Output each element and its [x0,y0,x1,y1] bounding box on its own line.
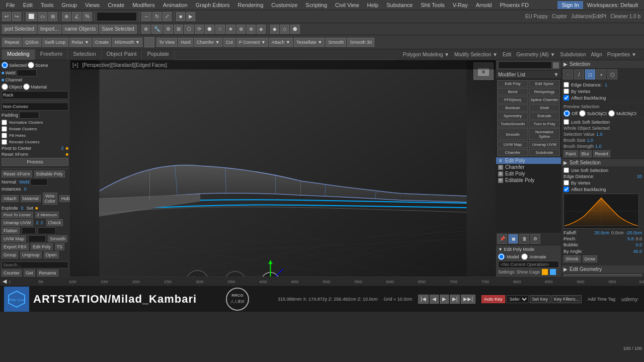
padding-value[interactable]: 0.015 [19,112,39,119]
ts-btn[interactable]: TS [55,243,65,250]
tab-object-paint[interactable]: Object Paint [102,49,142,60]
vertex-sel-btn[interactable]: · [563,69,573,79]
tb2-btn5[interactable]: ⬡ [184,25,194,34]
tb2-btn2[interactable]: 🔧 [151,25,163,34]
smooth-button[interactable]: Smooth [326,38,346,47]
tb2-btn3[interactable]: ⚙ [164,25,173,34]
timeline-track[interactable]: 0 50 100 150 200 250 300 350 400 450 500… [9,277,644,286]
goto-start-btn[interactable]: |◀ [418,295,429,304]
paint-btn[interactable]: Paint [564,150,578,157]
tab-modeling[interactable]: Modeling [2,49,35,60]
menu-tools[interactable]: Tools [37,1,58,9]
relax-button[interactable]: Relax ▼ [69,38,92,47]
cut-button[interactable]: Cut [223,38,235,47]
next-frame-btn[interactable]: ▶| [450,295,460,304]
pivotcenter2-btn[interactable]: Pivot To Center [2,212,33,218]
import-button[interactable]: Import... [38,25,61,34]
material-btn[interactable]: Material [21,195,41,202]
show-result-btn[interactable]: ◼ [508,234,518,244]
menu-group[interactable]: Group [57,1,81,9]
swiftloop-button[interactable]: Swift Loop [42,38,68,47]
chamfer-button[interactable]: Chamfer ▼ [194,38,222,47]
selected-radio[interactable] [2,62,8,68]
menu-create[interactable]: Create [104,1,128,9]
get-btn[interactable]: Get [24,269,35,277]
editpoly-mod-btn[interactable]: Edit Poly [497,80,528,87]
port-selected-button[interactable]: port Selected [2,25,37,34]
pin-btn[interactable]: 📌 [497,234,507,244]
tb2-render3[interactable]: ⬟ [290,25,300,34]
tb2-render1[interactable]: ◆ [270,25,279,34]
render-frame-button[interactable]: ▶ [186,12,195,21]
tab-freeform[interactable]: Freeform [35,49,68,60]
tb2-btn6[interactable]: ⟳ [195,25,204,34]
tb2-btn12[interactable]: ◈ [257,25,266,34]
set-key-btn[interactable]: Set Key [530,295,551,303]
play-btn[interactable]: ▶ [440,295,449,304]
tab-selection[interactable]: Selection [68,49,101,60]
viewport[interactable]: [+] [Perspective] [Standard] [Edged Face… [70,60,496,277]
layer-dropdown[interactable]: 0 (default) [97,12,137,21]
sign-in-button[interactable]: Sign In [557,1,583,9]
tb2-render2[interactable]: ◇ [280,25,289,34]
pconnect-button[interactable]: P Connect ▼ [236,38,268,47]
snap-toggle-button[interactable]: ⊕ [62,12,71,21]
bend-mod-btn[interactable]: Bend [497,88,528,96]
ungroup-btn[interactable]: Ungroup [20,251,42,258]
modifier-list-dropdown[interactable]: ▼ [553,71,559,77]
exportfbx-btn[interactable]: Export FBX [2,243,29,250]
tb2-btn7[interactable]: ⬢ [205,25,214,34]
window-cross-button[interactable]: ⊞ [48,12,57,21]
create-button[interactable]: Create [93,38,111,47]
goto-end-btn[interactable]: ▶▶| [461,295,475,304]
msmooth-button[interactable]: MSmooth ▼ [112,38,142,47]
zminimum-btn[interactable]: Z Minimum [35,212,59,218]
rotate-check[interactable] [2,126,7,132]
menu-help[interactable]: Help [363,1,383,9]
symmetry-mod-btn[interactable]: Symmetry [497,112,528,120]
menu-file[interactable]: File [2,1,19,9]
soft-sel-header[interactable]: ▶ Soft Selection [561,159,644,166]
off-radio[interactable] [564,110,570,117]
blur-btn[interactable]: Blur [580,150,592,157]
render-setup-button[interactable]: ■ [176,12,185,21]
menu-arnold[interactable]: Arnold [472,1,496,9]
grow-btn[interactable]: Grow [583,255,598,262]
menu-views[interactable]: Views [81,1,104,9]
chamfer-mod-btn[interactable]: Chamfer [497,149,528,156]
object-name-input[interactable]: Object019 [498,61,552,69]
key-select[interactable]: Selected [506,295,529,303]
uvwmap-val[interactable]: 100.0 [28,235,46,242]
qslice-button[interactable]: QSlice [23,38,41,47]
counter-btn[interactable]: Counter [2,269,22,277]
smooth-btn2[interactable]: Smooth [48,235,67,242]
save-selected-button[interactable]: Save Selected [99,25,137,34]
retopo-mod-btn[interactable]: Retopology [529,88,560,96]
menu-phoenix-fd[interactable]: Phoenix FD [496,1,532,9]
normalize-check[interactable] [2,120,7,125]
tb2-btn4[interactable]: ⊞ [174,25,183,34]
hard-button[interactable]: Hard [178,38,193,47]
affectback2-check[interactable] [564,187,569,192]
object-radio[interactable] [2,83,8,90]
to-view-icon[interactable] [144,37,154,47]
multobjct-radio[interactable] [608,110,615,117]
menu-civil-view[interactable]: Civil View [331,1,363,9]
uvwmap-btn[interactable]: UVW Map [2,235,26,242]
extrude-mod-btn[interactable]: Extrude [529,112,560,120]
undo-button[interactable]: ↩ [2,12,11,21]
select-region-button[interactable]: ▭ [38,12,47,21]
menu-edit[interactable]: Edit [19,1,37,9]
editablepoly-button[interactable]: Editable Poly [34,170,65,177]
stack-editpoly[interactable]: E Edit Poly [496,157,561,164]
edit-geom-header[interactable]: ▶ Edit Geometry [561,265,644,273]
menu-modifiers[interactable]: Modifiers [128,1,159,9]
vp-plus-icon[interactable]: [+] [72,62,78,68]
resetxform2-button[interactable]: Reset XForm [2,170,32,177]
process-button[interactable]: Process [2,158,68,166]
material-radio[interactable] [23,83,30,90]
configure-modifier-btn[interactable]: ⚙ [530,234,540,244]
selection-header[interactable]: ▶ Selection [561,60,644,68]
key-filters-btn[interactable]: Key Filters... [551,295,582,303]
weld-value[interactable]: 0.001 [17,69,37,76]
